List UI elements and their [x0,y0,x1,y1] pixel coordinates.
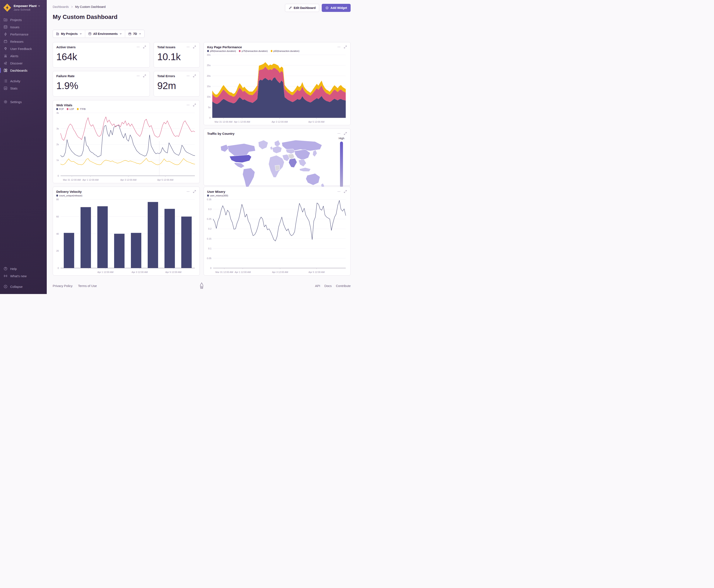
api-link[interactable]: API [315,284,320,288]
sidebar-item-stats[interactable]: Stats [0,85,47,92]
sidebar-item-label: Settings [10,100,22,104]
sidebar-item-performance[interactable]: Performance [0,30,47,38]
sidebar-item-issues[interactable]: Issues [0,23,47,30]
sidebar-item-label: Discover [10,61,23,65]
sidebar-item-label: Projects [10,18,22,22]
sidebar-item-settings[interactable]: Settings [0,98,47,105]
nav-section-gap [0,92,47,98]
widget-menu-ellipsis-icon[interactable] [136,45,140,49]
chart-legend: count_unique(release) [53,193,199,197]
widget-menu-ellipsis-icon[interactable] [186,74,190,78]
sidebar-item-user-feedback[interactable]: User Feedback [0,45,47,52]
widget-menu-ellipsis-icon[interactable] [186,190,190,193]
breadcrumb-dashboards-link[interactable]: Dashboards [53,5,69,8]
terms-of-use-link[interactable]: Terms of Use [78,284,97,288]
legend-item: FCP [56,108,64,110]
widget-menu-ellipsis-icon[interactable] [337,45,341,49]
widget-expand-icon[interactable] [344,132,347,135]
svg-text:30s: 30s [207,54,211,56]
delivery-velocity-chart[interactable]: 020406080Apr 1 12:00 AMApr 3 12:00 AMApr… [54,197,198,275]
chevron-right-icon [70,5,73,8]
performance-icon [3,32,8,36]
widget-title: Total Issues [157,45,175,49]
collapse-icon [3,285,8,289]
svg-text:10s: 10s [207,96,211,98]
widget-delivery-velocity: Delivery Velocity count_unique(release) … [53,187,200,275]
sidebar-item-help[interactable]: Help [0,265,47,272]
svg-text:Apr 5 12:00 AM: Apr 5 12:00 AM [157,178,173,181]
widget-expand-icon[interactable] [193,190,196,193]
stat-value: 164k [56,51,150,63]
docs-link[interactable]: Docs [324,284,332,288]
sidebar-item-projects[interactable]: Projects [0,16,47,23]
widget-menu-ellipsis-icon[interactable] [337,190,341,193]
svg-text:Apr 3 12:00 AM: Apr 3 12:00 AM [272,271,288,273]
svg-text:Apr 3 12:00 AM: Apr 3 12:00 AM [120,178,136,181]
widget-expand-icon[interactable] [193,45,196,49]
sidebar-item-dashboards[interactable]: Dashboards [0,67,47,74]
svg-text:Apr 1 12:00 AM: Apr 1 12:00 AM [235,271,251,273]
sidebar-item-activity[interactable]: Activity [0,77,47,85]
breadcrumb: Dashboards My Custom Dashboard [53,5,106,8]
calendar-icon [128,32,132,36]
widget-expand-icon[interactable] [143,74,146,78]
legend-item: p75(transaction.duration) [239,50,267,52]
sidebar-item-label: Collapse [10,285,23,289]
svg-text:Apr 1 12:00 AM: Apr 1 12:00 AM [83,178,99,181]
add-widget-button[interactable]: Add Widget [322,4,351,12]
contribute-link[interactable]: Contribute [336,284,351,288]
widget-expand-icon[interactable] [143,45,146,49]
svg-text:Apr 1 12:00 AM: Apr 1 12:00 AM [234,121,250,123]
world-choropleth-map[interactable] [212,136,335,193]
sidebar-item-discover[interactable]: Discover [0,60,47,67]
web-vitals-chart[interactable]: 01s2s3s4sMar 31 12:00 AMApr 1 12:00 AMAp… [54,111,198,183]
widget-expand-icon[interactable] [193,103,196,107]
org-switcher[interactable]: Empower Plant Jane Schmidt [0,0,47,14]
widget-menu-ellipsis-icon[interactable] [136,74,140,78]
user-feedback-icon [3,46,8,51]
svg-text:20: 20 [56,250,59,252]
svg-text:Mar 31 12:00 AM: Mar 31 12:00 AM [215,271,233,273]
sidebar-item-label: Issues [10,25,19,29]
projects-icon [3,18,8,22]
widget-menu-ellipsis-icon[interactable] [186,103,190,107]
privacy-policy-link[interactable]: Privacy Policy [53,284,72,288]
svg-text:0: 0 [209,117,211,119]
widget-expand-icon[interactable] [193,74,196,78]
date-range-filter[interactable]: 7D [125,30,144,38]
main-content: Dashboards My Custom Dashboard My Custom… [47,0,357,294]
widget-user-misery: User Misery user_misery(300) 00.050.10.1… [203,187,351,275]
key-page-performance-chart[interactable]: 05s10s15s20s25s30sMar 31 12:00 AMApr 1 1… [204,53,349,125]
sidebar-item-label: User Feedback [10,47,32,50]
svg-text:Mar 31 12:00 AM: Mar 31 12:00 AM [63,178,81,181]
legend-item: LCP [67,108,74,110]
widget-menu-ellipsis-icon[interactable] [337,132,341,135]
map-color-legend: High Low [335,136,348,193]
widget-expand-icon[interactable] [344,190,347,193]
svg-text:0.05: 0.05 [207,257,212,259]
widget-total-issues: Total Issues 10.1k [154,42,200,68]
nav-section-gap [0,279,47,283]
app-root: Empower Plant Jane Schmidt Projects Issu… [0,0,357,294]
sidebar-item-collapse[interactable]: Collapse [0,283,47,290]
sidebar-item-label: What's new [10,274,26,278]
sidebar-item-alerts[interactable]: Alerts [0,52,47,60]
user-misery-chart[interactable]: 00.050.10.150.20.250.30.35Mar 31 12:00 A… [204,197,349,275]
sidebar-item-releases[interactable]: Releases [0,38,47,45]
chevron-down-icon [120,33,122,35]
widget-title: Active Users [56,45,75,49]
legend-high-label: High [339,137,344,140]
gradient-scale-bar [340,142,343,187]
sidebar-nav: Projects Issues Performance Releases Use… [0,16,47,105]
sidebar-item-label: Alerts [10,54,18,58]
environment-filter[interactable]: All Environments [85,30,125,38]
widget-menu-ellipsis-icon[interactable] [186,45,190,49]
widget-expand-icon[interactable] [344,45,347,49]
legend-item: TTFB [77,108,86,110]
sidebar-item-whats-new[interactable]: What's new [0,272,47,279]
edit-dashboard-button[interactable]: Edit Dashboard [285,4,319,12]
project-filter[interactable]: My Projects [53,30,85,38]
chart-legend: user_misery(300) [204,193,350,197]
svg-text:0: 0 [210,267,212,269]
widget-title: User Misery [207,190,225,193]
